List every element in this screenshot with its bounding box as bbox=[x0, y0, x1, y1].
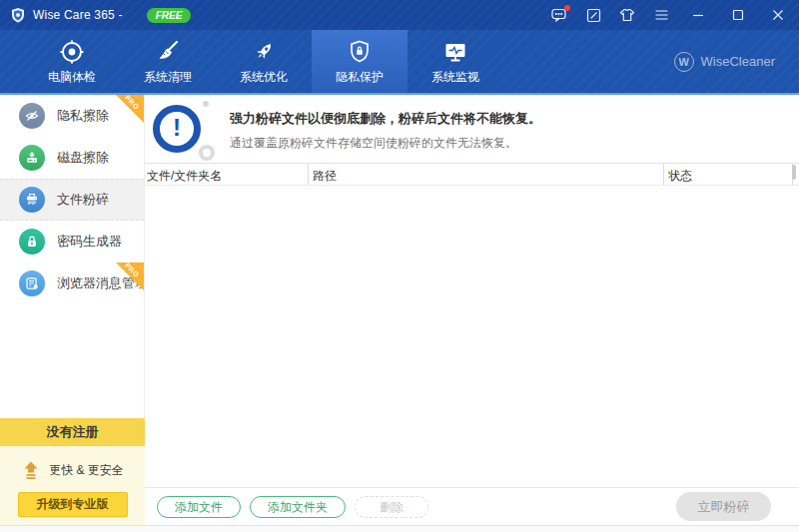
main-nav: 电脑体检 系统清理 系统优化 隐私保护 系统监视 W bbox=[0, 30, 799, 93]
shred-now-button[interactable]: 立即粉碎 bbox=[676, 492, 771, 521]
add-file-button[interactable]: 添加文件 bbox=[157, 496, 241, 518]
tab-label: 隐私保护 bbox=[336, 69, 384, 86]
wisecleaner-brand: W WiseCleaner bbox=[674, 30, 775, 93]
registration-status: 没有注册 bbox=[0, 418, 145, 446]
shredder-icon bbox=[19, 187, 45, 213]
upgrade-to-pro-button[interactable]: 升级到专业版 bbox=[18, 492, 128, 517]
tab-label: 系统清理 bbox=[144, 69, 192, 86]
menu-icon[interactable] bbox=[651, 5, 671, 25]
tab-pc-checkup[interactable]: 电脑体检 bbox=[24, 30, 120, 93]
sidebar-item-label: 文件粉碎 bbox=[57, 191, 109, 209]
window-bottom-edge bbox=[0, 525, 799, 532]
alert-circle-icon: ! bbox=[153, 103, 213, 157]
decor-dot bbox=[203, 101, 209, 107]
tab-label: 电脑体检 bbox=[48, 69, 96, 86]
titlebar-actions bbox=[549, 5, 791, 25]
tab-label: 系统监视 bbox=[431, 69, 479, 86]
monitor-icon bbox=[442, 37, 468, 67]
sidebar-item-label: 密码生成器 bbox=[57, 233, 122, 251]
free-badge: FREE bbox=[147, 8, 192, 23]
upgrade-promo: 更快 & 更安全 升级到专业版 bbox=[0, 446, 145, 525]
upgrade-slogan: 更快 & 更安全 bbox=[49, 462, 124, 479]
decor-ring bbox=[199, 145, 215, 161]
shield-lock-icon bbox=[347, 37, 373, 67]
column-header-filename: 文件/文件夹名 bbox=[145, 164, 308, 185]
shred-file-list bbox=[145, 186, 799, 494]
banner-title: 强力粉碎文件以便彻底删除，粉碎后文件将不能恢复。 bbox=[230, 110, 541, 128]
info-banner: ! 强力粉碎文件以便彻底删除，粉碎后文件将不能恢复。 通过覆盖原粉碎文件存储空间… bbox=[145, 95, 799, 163]
minimize-button[interactable] bbox=[685, 5, 711, 25]
wisecleaner-logo-icon: W bbox=[674, 52, 694, 72]
tab-system-monitor[interactable]: 系统监视 bbox=[407, 30, 503, 93]
tab-privacy-protector[interactable]: 隐私保护 bbox=[312, 30, 407, 93]
maximize-button[interactable] bbox=[725, 5, 751, 25]
app-logo-shield-icon bbox=[10, 7, 26, 23]
table-header: 文件/文件夹名 路径 状态 bbox=[145, 163, 799, 186]
disk-eraser-icon bbox=[19, 145, 45, 171]
theme-shirt-icon[interactable] bbox=[617, 5, 637, 25]
sidebar-item-disk-eraser[interactable]: 磁盘擦除 bbox=[0, 137, 144, 179]
tab-system-cleaner[interactable]: 系统清理 bbox=[120, 30, 216, 93]
eye-off-icon bbox=[19, 103, 45, 129]
sidebar-item-browser-message-manager[interactable]: 浏览器消息管理 PRO bbox=[0, 263, 144, 304]
sidebar-item-password-generator[interactable]: 密码生成器 bbox=[0, 221, 144, 263]
upgrade-arrow-icon bbox=[21, 460, 41, 480]
padlock-icon bbox=[19, 229, 45, 255]
checkup-icon bbox=[59, 37, 85, 67]
broom-icon bbox=[155, 37, 181, 67]
rocket-icon bbox=[251, 37, 277, 67]
delete-button[interactable]: 删除 bbox=[355, 496, 428, 518]
notification-dot bbox=[564, 5, 570, 11]
brand-name: WiseCleaner bbox=[701, 54, 775, 69]
column-header-status: 状态 bbox=[663, 164, 799, 185]
sidebar-item-label: 磁盘擦除 bbox=[57, 149, 109, 167]
sidebar: 隐私擦除 PRO 磁盘擦除 文件粉碎 密码生成器 浏览器消息管理 bbox=[0, 95, 145, 532]
scrollbar-thumb[interactable] bbox=[792, 165, 796, 180]
app-title: Wise Care 365 - bbox=[33, 8, 123, 22]
tab-label: 系统优化 bbox=[240, 69, 288, 86]
wise-care-365-window: Wise Care 365 - FREE bbox=[0, 0, 799, 532]
sidebar-item-file-shredder[interactable]: 文件粉碎 bbox=[0, 179, 144, 221]
edit-icon[interactable] bbox=[583, 5, 603, 25]
tab-system-tuneup[interactable]: 系统优化 bbox=[216, 30, 312, 93]
message-icon[interactable] bbox=[549, 5, 569, 25]
column-header-path: 路径 bbox=[308, 164, 663, 185]
sidebar-item-label: 隐私擦除 bbox=[57, 107, 109, 125]
add-folder-button[interactable]: 添加文件夹 bbox=[250, 496, 346, 518]
bottom-toolbar: 添加文件 添加文件夹 删除 立即粉碎 bbox=[145, 487, 799, 525]
pro-badge: PRO bbox=[116, 95, 144, 123]
sidebar-item-privacy-eraser[interactable]: 隐私擦除 PRO bbox=[0, 95, 144, 137]
close-button[interactable] bbox=[765, 5, 791, 25]
browser-bell-icon bbox=[19, 270, 45, 296]
pro-badge: PRO bbox=[116, 263, 144, 290]
file-shredder-panel: ! 强力粉碎文件以便彻底删除，粉碎后文件将不能恢复。 通过覆盖原粉碎文件存储空间… bbox=[145, 95, 799, 532]
titlebar: Wise Care 365 - FREE bbox=[0, 0, 799, 30]
banner-subtitle: 通过覆盖原粉碎文件存储空间使粉碎的文件无法恢复。 bbox=[230, 135, 517, 152]
